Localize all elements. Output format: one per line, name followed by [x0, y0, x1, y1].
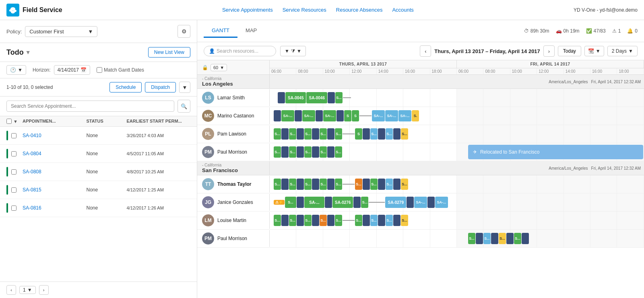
task-block[interactable]: S...	[401, 179, 408, 190]
task-block[interactable]	[274, 110, 281, 121]
tab-gantt[interactable]: GANTT	[204, 24, 237, 38]
match-gantt-dates-checkbox[interactable]	[97, 67, 102, 73]
task-block[interactable]: S...	[320, 128, 327, 140]
task-block[interactable]: S...	[401, 128, 408, 140]
task-block[interactable]: S...	[361, 197, 368, 208]
horizon-date-picker[interactable]: 4/14/2017 📅	[54, 65, 90, 75]
task-block[interactable]: S...	[370, 179, 378, 190]
task-block[interactable]: S...	[514, 233, 521, 244]
gear-button[interactable]: ⚙	[178, 25, 190, 38]
gantt-opt-select[interactable]: 60 ▼	[211, 64, 227, 71]
nav-service-appointments[interactable]: Service Appointments	[222, 7, 273, 13]
tab-map[interactable]: MAP	[237, 24, 265, 38]
task-block[interactable]	[297, 215, 304, 226]
task-block[interactable]: S	[352, 110, 359, 121]
task-block[interactable]: S...	[355, 179, 362, 190]
task-block[interactable]: SA-...	[414, 197, 427, 208]
task-block[interactable]: S...	[304, 128, 312, 140]
task-block[interactable]: S...	[289, 128, 296, 140]
task-block[interactable]: S...	[274, 215, 281, 226]
task-block[interactable]: S...	[370, 215, 378, 226]
task-block[interactable]: S...	[335, 179, 342, 190]
today-button[interactable]: Today	[558, 46, 581, 56]
task-block[interactable]	[407, 197, 414, 208]
task-block[interactable]	[316, 110, 323, 121]
task-block[interactable]	[281, 215, 289, 226]
task-block[interactable]: SA-...	[435, 197, 448, 208]
task-block[interactable]	[295, 110, 302, 121]
task-block[interactable]: SA-...	[385, 110, 398, 121]
task-block[interactable]: S...	[335, 128, 342, 140]
task-block[interactable]: S...	[320, 179, 327, 190]
appt-id-4[interactable]: SA-0816	[23, 205, 87, 211]
policy-select[interactable]: Customer First ▼	[25, 26, 97, 37]
task-block[interactable]: S...	[289, 179, 296, 190]
task-block[interactable]	[327, 179, 334, 190]
nav-resource-absences[interactable]: Resource Absences	[336, 7, 383, 13]
task-block[interactable]: S...	[483, 233, 491, 244]
task-block-sa0279[interactable]: SA-0279	[385, 197, 406, 208]
task-block[interactable]: S...	[304, 215, 312, 226]
task-block[interactable]: S...	[320, 146, 327, 158]
task-block[interactable]: S...	[274, 146, 281, 158]
task-block[interactable]	[476, 233, 483, 244]
task-block[interactable]	[312, 179, 319, 190]
task-block[interactable]: SA-...	[372, 110, 385, 121]
task-block[interactable]	[378, 179, 385, 190]
task-block[interactable]: S...	[499, 233, 506, 244]
row-checkbox-3[interactable]	[11, 187, 17, 193]
appointment-search-input[interactable]	[6, 101, 174, 112]
task-block[interactable]: S...	[289, 215, 296, 226]
task-block[interactable]: S...	[289, 146, 296, 158]
task-block[interactable]: S...	[355, 215, 362, 226]
row-checkbox-2[interactable]	[11, 169, 17, 175]
task-block[interactable]	[363, 179, 370, 190]
task-block-s1[interactable]: S...	[335, 92, 343, 103]
task-block[interactable]: S...	[468, 233, 475, 244]
task-block[interactable]: S...	[335, 215, 342, 226]
task-block-sa0046[interactable]: SA-0046	[306, 92, 327, 103]
column-sort-icon[interactable]: ▼	[13, 119, 18, 124]
task-block[interactable]	[327, 215, 334, 226]
task-block[interactable]	[506, 233, 514, 244]
task-block[interactable]	[328, 92, 335, 103]
more-actions-button[interactable]: ▼	[179, 82, 190, 93]
task-block[interactable]: S.	[412, 110, 419, 121]
prev-page-button[interactable]: ‹	[6, 285, 16, 295]
task-block[interactable]: S...	[370, 128, 378, 140]
nav-accounts[interactable]: Accounts	[392, 7, 413, 13]
task-block[interactable]: S...	[386, 179, 393, 190]
task-block[interactable]	[297, 179, 304, 190]
schedule-button[interactable]: Schedule	[109, 82, 142, 92]
task-block[interactable]	[297, 197, 304, 208]
task-block-sa0276[interactable]: SA-0276	[332, 197, 353, 208]
task-block[interactable]	[281, 128, 289, 140]
task-block[interactable]	[522, 233, 529, 244]
task-block[interactable]	[427, 197, 435, 208]
task-block[interactable]: S...	[401, 215, 408, 226]
select-all-checkbox[interactable]	[6, 119, 12, 124]
task-block[interactable]	[297, 146, 304, 158]
task-block[interactable]	[378, 215, 385, 226]
task-block[interactable]: S...	[386, 128, 393, 140]
task-block[interactable]	[312, 146, 319, 158]
task-block[interactable]: SA-...	[302, 110, 315, 121]
task-block[interactable]	[281, 179, 289, 190]
task-block[interactable]: S...	[274, 128, 281, 140]
clock-button[interactable]: 🕐 ▼	[6, 65, 26, 75]
task-block[interactable]: SA-...	[398, 110, 411, 121]
task-block[interactable]	[393, 128, 400, 140]
task-block[interactable]	[297, 128, 304, 140]
task-block[interactable]	[363, 215, 370, 226]
task-block[interactable]	[312, 215, 319, 226]
task-block[interactable]: S...	[304, 179, 312, 190]
task-block[interactable]: SA-...	[281, 110, 294, 121]
task-block[interactable]: S...	[386, 215, 393, 226]
prev-date-button[interactable]: ‹	[420, 45, 431, 57]
task-block[interactable]	[325, 197, 332, 208]
next-date-button[interactable]: ›	[543, 45, 555, 57]
task-block[interactable]	[378, 128, 385, 140]
task-block[interactable]	[353, 197, 361, 208]
row-checkbox-0[interactable]	[11, 133, 17, 138]
dispatch-button[interactable]: Dispatch	[145, 82, 176, 92]
